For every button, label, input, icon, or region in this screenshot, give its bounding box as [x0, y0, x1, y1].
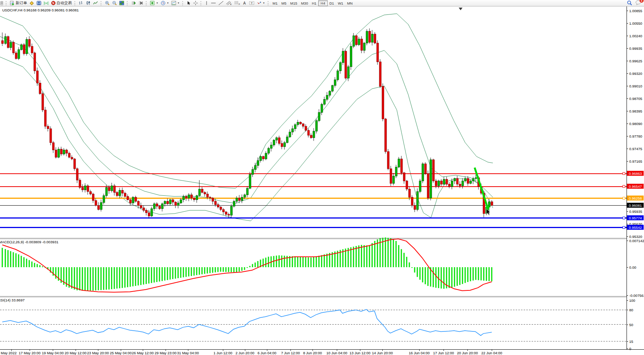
- tile-windows-icon: [119, 1, 124, 5]
- template-chart-icon: [171, 1, 176, 5]
- chart-title: USDCHF,H4 0.96168 0.96209 0.96081 0.9608…: [2, 8, 79, 12]
- level-price-box-label: 0.96547: [629, 184, 642, 189]
- toolbar-right-group: 1: [627, 0, 642, 6]
- time-tick-label: May 2022: [1, 351, 17, 355]
- arrows-tool-button[interactable]: ▼: [256, 0, 266, 6]
- time-tick-label: 17 May 20:00: [19, 351, 41, 355]
- time-tick-label: 7 Jun 12:00: [281, 351, 300, 355]
- profile-icon: [36, 1, 41, 5]
- fibonacci-tool-button[interactable]: F: [233, 0, 242, 6]
- timeframe-button-M15[interactable]: M15: [288, 1, 299, 6]
- horizontal-line-icon: [211, 1, 216, 5]
- profile-button[interactable]: [35, 0, 43, 6]
- arrows-icon: [257, 1, 262, 5]
- macd-indicator-label: MACD(12,26,9) -0.003809 -0.003931: [0, 240, 58, 244]
- text-tool-button[interactable]: A: [242, 0, 248, 6]
- clipped-grid-icon: [0, 1, 3, 5]
- tile-windows-button[interactable]: [118, 0, 125, 6]
- clock-icon: [161, 1, 166, 5]
- level-price-box-label: 0.95542: [629, 225, 642, 230]
- time-tick-label: 17 Jun 12:00: [433, 351, 454, 355]
- bollinger-middle-line: [0, 36, 493, 208]
- search-icon[interactable]: [627, 0, 632, 6]
- level-marker-0.96258[interactable]: [623, 197, 625, 200]
- cursor-tool-button[interactable]: [185, 0, 192, 6]
- level-marker-0.96863[interactable]: [623, 173, 625, 175]
- signal-icon: [44, 1, 49, 5]
- chart-shift-marker[interactable]: [459, 8, 462, 10]
- rsi-tick-label: 50: [629, 323, 633, 327]
- timeframe-button-M5[interactable]: M5: [279, 1, 288, 6]
- level-price-box-label: 0.96081: [629, 203, 642, 208]
- time-tick-label: 20 May 12:00: [65, 351, 87, 355]
- toolbar-gripper: [74, 1, 76, 5]
- trendline-tool-button[interactable]: [217, 0, 225, 6]
- macd-tick-label: -0.007561: [629, 293, 644, 298]
- crosshair-tool-button[interactable]: [192, 0, 199, 6]
- vertical-line-tool-button[interactable]: [204, 0, 210, 6]
- timeframe-button-W1[interactable]: W1: [336, 1, 345, 6]
- price-tick-label: 0.97475: [629, 147, 642, 151]
- time-tick-label: 10 Jun 04:00: [327, 351, 347, 355]
- auto-scroll-button[interactable]: [130, 0, 137, 6]
- zoom-in-button[interactable]: [104, 0, 111, 6]
- zoom-out-button[interactable]: [111, 0, 118, 6]
- templates-menu-button[interactable]: ▼: [170, 0, 181, 6]
- dropdown-arrow-icon: ▼: [263, 2, 265, 4]
- level-price-box-label: 0.95774: [629, 216, 642, 220]
- chart-shift-button[interactable]: [137, 0, 144, 6]
- price-tick-label: 0.97165: [629, 159, 642, 163]
- svg-text:A: A: [243, 1, 246, 5]
- chart-type-bars-button[interactable]: [77, 0, 85, 6]
- level-marker-0.95774[interactable]: [623, 217, 625, 219]
- chart-type-line-button[interactable]: [92, 0, 99, 6]
- trendline-icon: [218, 1, 224, 5]
- crosshair-icon: [193, 1, 198, 5]
- price-levels-button[interactable]: [28, 0, 35, 6]
- clipped-toolbar-icon[interactable]: [0, 0, 4, 6]
- level-marker-0.96547[interactable]: [623, 185, 625, 188]
- macd-tick-label: 0.00: [629, 265, 636, 269]
- dropdown-arrow-icon: ▼: [177, 2, 180, 4]
- timeframe-button-H4[interactable]: H4: [318, 0, 327, 6]
- time-tick-label: 31 May 04:00: [177, 351, 199, 355]
- line-chart-icon: [93, 1, 98, 5]
- signals-button[interactable]: [43, 0, 50, 6]
- label-tool-button[interactable]: T: [248, 0, 256, 6]
- auto-trading-toggle[interactable]: 自动交易: [50, 0, 73, 6]
- price-tick-label: 1.00550: [629, 21, 642, 25]
- chat-button[interactable]: 1: [635, 0, 642, 6]
- time-tick-label: 20 Jun 20:00: [457, 351, 478, 355]
- dropdown-arrow-icon: ▼: [156, 2, 158, 4]
- toolbar-gripper: [6, 1, 8, 5]
- channel-icon: E: [226, 1, 232, 5]
- dropdown-arrow-icon: ▼: [167, 2, 169, 4]
- rsi-indicator-label: RSI(14) 33.8697: [0, 298, 25, 302]
- timeframe-button-M30[interactable]: M30: [299, 1, 310, 6]
- bar-chart-icon: [79, 1, 84, 5]
- timeframe-button-MN[interactable]: MN: [345, 1, 355, 6]
- timeframe-button-H1[interactable]: H1: [310, 1, 318, 6]
- time-tick-label: 14 Jun 20:00: [372, 351, 393, 355]
- zoom-out-icon: [112, 1, 117, 5]
- macd-tick-label: 0.007142: [629, 239, 644, 243]
- new-order-button[interactable]: 新订单: [9, 0, 28, 6]
- bollinger-lower-line: [0, 57, 493, 221]
- time-tick-label: 25 May 04:00: [110, 351, 132, 355]
- horizontal-line-tool-button[interactable]: [210, 0, 217, 6]
- time-tick-label: 8 Jun 20:00: [303, 351, 322, 355]
- periods-menu-button[interactable]: ▼: [159, 0, 170, 6]
- time-tick-label: 6 Jun 04:00: [257, 351, 276, 355]
- text-label-icon: T: [249, 1, 254, 5]
- timeframe-button-M1[interactable]: M1: [271, 1, 279, 6]
- equidistant-channel-tool-button[interactable]: E: [225, 0, 233, 6]
- chart-area[interactable]: 1.008551.005501.002400.999350.996250.993…: [0, 6, 644, 355]
- toolbar-gripper: [127, 1, 129, 5]
- chart-type-candles-button[interactable]: [85, 0, 92, 6]
- timeframe-button-D1[interactable]: D1: [328, 1, 336, 6]
- level-marker-0.95542[interactable]: [623, 227, 625, 229]
- rsi-tick-label: 80: [629, 308, 633, 312]
- price-tick-label: 0.99010: [629, 84, 642, 88]
- indicators-menu-button[interactable]: ▼: [149, 0, 159, 6]
- chart-canvas: 1.008551.005501.002400.999350.996250.993…: [0, 6, 644, 355]
